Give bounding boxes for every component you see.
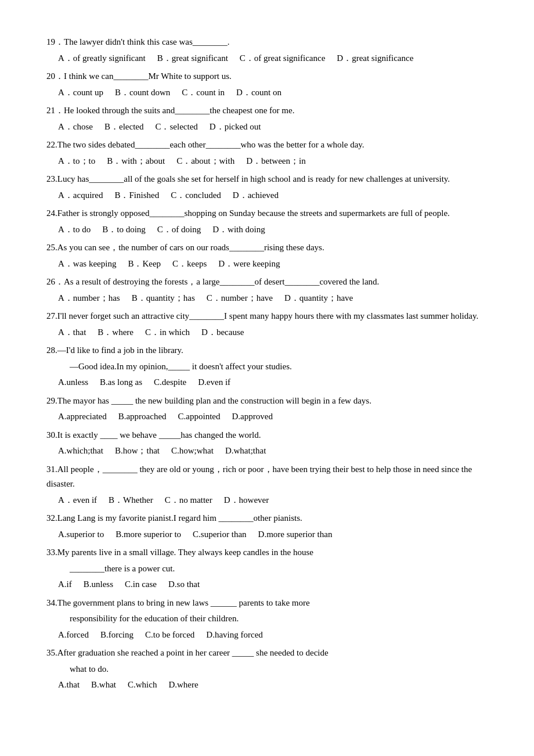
option-q30-1: B.how；that [115,444,160,459]
options-q34: A.forcedB.forcingC.to be forcedD.having … [46,628,488,643]
option-q21-3: D．picked out [210,120,261,135]
question-text-q22: 22.The two sides debated________each oth… [46,138,488,153]
option-q28-0: A.unless [58,375,88,390]
option-q19-2: C．of great significance [240,51,325,66]
question-text-q27: 27.I'll never forget such an attractive … [46,309,488,324]
option-q24-0: A．to do [58,222,91,237]
option-q32-0: A.superior to [58,527,104,542]
option-q34-1: B.forcing [100,628,134,643]
option-q19-3: D．great significance [337,51,413,66]
option-q22-2: C．about；with [176,154,234,169]
option-q27-1: B．where [98,325,134,340]
options-q35: A.thatB.whatC.whichD.where [46,678,488,693]
option-q27-0: A．that [58,325,86,340]
question-text-q25: 25.As you can see，the number of cars on … [46,240,488,255]
question-block-q26: 26．As a result of destroying the forests… [46,275,488,305]
question-block-q29: 29.The mayor has _____ the new building … [46,394,488,424]
option-q30-0: A.which;that [58,444,103,459]
option-q23-1: B．Finished [114,188,159,203]
question-block-q32: 32.Lang Lang is my favorite pianist.I re… [46,511,488,542]
options-q31: A．even ifB．WhetherC．no matterD．however [46,493,488,508]
option-q22-3: D．between；in [246,154,305,169]
question-text-q34: 34.The government plans to bring in new … [46,596,488,611]
option-q35-1: B.what [91,678,116,693]
option-q25-3: D．were keeping [218,257,280,272]
option-q30-2: C.how;what [171,444,214,459]
option-q21-0: A．chose [58,120,93,135]
options-q29: A.appreciatedB.approachedC.appointedD.ap… [46,409,488,424]
question-text-q32: 32.Lang Lang is my favorite pianist.I re… [46,511,488,526]
option-q33-3: D.so that [168,577,200,592]
question-text-q21: 21．He looked through the suits and______… [46,103,488,118]
question-text-q28-cont: —Good idea.In my opinion,_____ it doesn'… [46,359,488,375]
option-q25-2: C．keeps [172,257,207,272]
options-q19: A．of greatly significantB．great signific… [46,51,488,66]
question-block-q31: 31.All people，________ they are old or y… [46,462,488,508]
question-block-q33: 33.My parents live in a small village. T… [46,545,488,592]
option-q31-3: D．however [224,493,269,508]
option-q32-1: B.more superior to [116,527,181,542]
option-q19-0: A．of greatly significant [58,51,146,66]
question-text-q24: 24.Father is strongly opposed________sho… [46,206,488,221]
option-q35-0: A.that [58,678,80,693]
question-text-q35-cont: what to do. [46,662,488,677]
option-q24-2: C．of doing [157,222,201,237]
option-q29-1: B.approached [118,409,167,424]
option-q33-0: A.if [58,577,72,592]
option-q23-2: C．concluded [171,188,221,203]
question-block-q30: 30.It is exactly ____ we behave _____has… [46,428,488,459]
question-block-q35: 35.After graduation she reached a point … [46,646,488,693]
option-q29-3: D.approved [232,409,273,424]
option-q28-1: B.as long as [100,375,142,390]
option-q29-0: A.appreciated [58,409,107,424]
question-text-q33: 33.My parents live in a small village. T… [46,545,488,560]
option-q28-3: D.even if [198,375,230,390]
option-q20-0: A．count up [58,85,103,100]
question-block-q23: 23.Lucy has________all of the goals she … [46,172,488,203]
option-q26-0: A．number；has [58,291,120,306]
option-q21-2: C．selected [155,120,197,135]
question-block-q27: 27.I'll never forget such an attractive … [46,309,488,340]
options-q27: A．thatB．whereC．in whichD．because [46,325,488,340]
question-text-q35: 35.After graduation she reached a point … [46,646,488,661]
options-q24: A．to doB．to doingC．of doingD．with doing [46,222,488,237]
option-q24-1: B．to doing [102,222,146,237]
question-text-q31: 31.All people，________ they are old or y… [46,462,488,492]
question-text-q28: 28.—I'd like to find a job in the librar… [46,343,488,358]
option-q28-2: C.despite [154,375,186,390]
option-q26-1: B．quantity；has [132,291,195,306]
question-text-q33-cont: ________there is a power cut. [46,561,488,577]
question-block-q21: 21．He looked through the suits and______… [46,103,488,134]
option-q25-1: B．Keep [128,257,161,272]
option-q20-1: B．count down [115,85,170,100]
option-q23-0: A．acquired [58,188,103,203]
option-q33-2: C.in case [125,577,157,592]
option-q31-1: B．Whether [109,493,153,508]
question-block-q25: 25.As you can see，the number of cars on … [46,240,488,271]
option-q35-3: D.where [168,678,198,693]
option-q27-2: C．in which [145,325,190,340]
options-q22: A．to；toB．with；aboutC．about；withD．between… [46,154,488,169]
question-text-q20: 20．I think we can________Mr White to sup… [46,69,488,84]
option-q19-1: B．great significant [157,51,228,66]
option-q34-0: A.forced [58,628,89,643]
option-q21-1: B．elected [104,120,143,135]
option-q26-2: C．number；have [207,291,273,306]
options-q25: A．was keepingB．KeepC．keepsD．were keeping [46,257,488,272]
option-q35-2: C.which [128,678,157,693]
option-q33-1: B.unless [84,577,113,592]
question-block-q24: 24.Father is strongly opposed________sho… [46,206,488,237]
questions-container: 19．The lawyer didn't think this case was… [46,35,488,693]
question-block-q19: 19．The lawyer didn't think this case was… [46,35,488,66]
option-q34-2: C.to be forced [145,628,194,643]
options-q21: A．choseB．electedC．selectedD．picked out [46,120,488,135]
option-q32-2: C.superior than [193,527,246,542]
options-q23: A．acquiredB．FinishedC．concludedD．achieve… [46,188,488,203]
option-q31-2: C．no matter [165,493,212,508]
option-q32-3: D.more superior than [258,527,333,542]
option-q29-2: C.appointed [178,409,221,424]
option-q31-0: A．even if [58,493,97,508]
option-q26-3: D．quantity；have [284,291,353,306]
question-text-q23: 23.Lucy has________all of the goals she … [46,172,488,187]
option-q25-0: A．was keeping [58,257,116,272]
